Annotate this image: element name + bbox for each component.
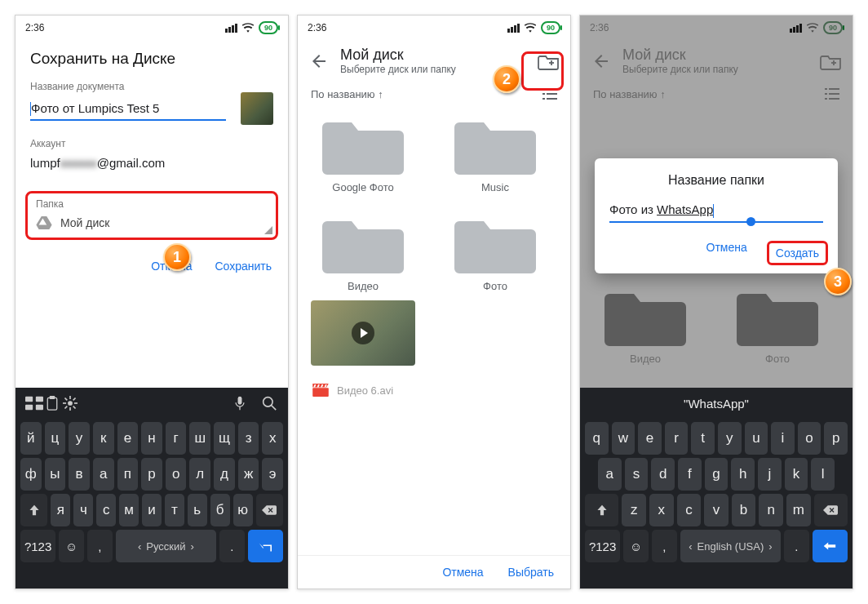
period-key[interactable]: .: [219, 530, 245, 562]
key-d[interactable]: d: [651, 458, 675, 491]
shift-key[interactable]: [585, 494, 618, 526]
key-у[interactable]: у: [69, 422, 90, 455]
key-в[interactable]: в: [69, 458, 90, 491]
emoji-key[interactable]: ☺: [59, 530, 84, 562]
key-ф[interactable]: ф: [20, 458, 42, 491]
keyboard-suggestion[interactable]: "WhatsApp": [684, 397, 749, 411]
key-i[interactable]: i: [771, 422, 795, 455]
key-б[interactable]: б: [210, 494, 230, 526]
key-щ[interactable]: щ: [214, 422, 235, 455]
file-item[interactable]: Видео 6.avi: [312, 384, 556, 397]
space-key[interactable]: ‹Русский›: [116, 530, 216, 562]
key-l[interactable]: l: [811, 458, 835, 491]
key-c[interactable]: c: [677, 494, 702, 526]
key-t[interactable]: t: [691, 422, 715, 455]
key-и[interactable]: и: [142, 494, 162, 526]
key-k[interactable]: k: [785, 458, 808, 491]
folder-item[interactable]: Music: [443, 113, 547, 193]
space-key[interactable]: ‹English (USA)›: [680, 530, 781, 562]
key-й[interactable]: й: [20, 422, 42, 455]
key-q[interactable]: q: [585, 422, 609, 455]
keyboard-options-icon[interactable]: [25, 396, 43, 411]
key-х[interactable]: х: [262, 422, 283, 455]
choose-button[interactable]: Выбрать: [508, 566, 554, 579]
key-ь[interactable]: ь: [188, 494, 207, 526]
key-r[interactable]: r: [665, 422, 689, 455]
key-п[interactable]: п: [117, 458, 139, 491]
backspace-key[interactable]: [814, 494, 848, 526]
key-x[interactable]: x: [649, 494, 674, 526]
key-s[interactable]: s: [625, 458, 649, 491]
folder-name-field[interactable]: Фото из WhatsApp: [609, 202, 823, 223]
key-е[interactable]: е: [117, 422, 139, 455]
num-key[interactable]: ?123: [20, 530, 55, 562]
back-icon[interactable]: [309, 51, 329, 71]
cancel-button[interactable]: Отмена: [442, 566, 483, 579]
folder-picker[interactable]: Папка Мой диск: [25, 191, 278, 240]
key-л[interactable]: л: [189, 458, 210, 491]
key-f[interactable]: f: [678, 458, 702, 491]
key-а[interactable]: а: [93, 458, 114, 491]
shift-key[interactable]: [20, 494, 47, 526]
save-button[interactable]: Сохранить: [215, 260, 272, 273]
period-key[interactable]: .: [784, 530, 809, 562]
emoji-key[interactable]: ☺: [623, 530, 649, 562]
text-caret-handle-icon[interactable]: [746, 217, 755, 226]
key-т[interactable]: т: [165, 494, 184, 526]
key-н[interactable]: н: [141, 422, 162, 455]
key-з[interactable]: з: [238, 422, 259, 455]
key-y[interactable]: y: [718, 422, 742, 455]
folder-item[interactable]: Видео: [311, 211, 415, 292]
key-ц[interactable]: ц: [45, 422, 66, 455]
key-ч[interactable]: ч: [73, 494, 93, 526]
key-e[interactable]: e: [638, 422, 662, 455]
key-м[interactable]: м: [119, 494, 139, 526]
key-u[interactable]: u: [745, 422, 768, 455]
key-г[interactable]: г: [166, 422, 187, 455]
key-h[interactable]: h: [731, 458, 755, 491]
search-icon[interactable]: [260, 396, 278, 411]
folder-item[interactable]: Фото: [443, 211, 547, 292]
key-a[interactable]: a: [598, 458, 622, 491]
key-o[interactable]: o: [798, 422, 822, 455]
enter-key[interactable]: [248, 530, 283, 562]
account-value[interactable]: lumpfxxxxxx@gmail.com: [30, 149, 273, 176]
video-thumbnail[interactable]: [311, 300, 415, 366]
key-m[interactable]: m: [786, 494, 811, 526]
key-p[interactable]: p: [824, 422, 848, 455]
key-ю[interactable]: ю: [233, 494, 253, 526]
key-р[interactable]: р: [141, 458, 162, 491]
keyboard-en[interactable]: "WhatsApp" qwertyuiop asdfghjkl zxcvbnm …: [580, 388, 852, 588]
mic-icon[interactable]: [231, 396, 249, 411]
key-b[interactable]: b: [732, 494, 756, 526]
key-ш[interactable]: ш: [189, 422, 210, 455]
key-д[interactable]: д: [214, 458, 235, 491]
comma-key[interactable]: ,: [652, 530, 677, 562]
comma-key[interactable]: ,: [87, 530, 113, 562]
key-ы[interactable]: ы: [45, 458, 66, 491]
folder-item[interactable]: Google Фото: [311, 113, 415, 193]
enter-key[interactable]: [813, 530, 848, 562]
key-v[interactable]: v: [704, 494, 728, 526]
key-о[interactable]: о: [166, 458, 187, 491]
key-w[interactable]: w: [612, 422, 636, 455]
create-button[interactable]: Создать: [767, 241, 828, 265]
key-я[interactable]: я: [51, 494, 70, 526]
folder-label: Фото: [483, 280, 507, 292]
sort-by-button[interactable]: По названию ↑: [311, 88, 383, 100]
key-ж[interactable]: ж: [238, 458, 259, 491]
key-z[interactable]: z: [622, 494, 646, 526]
num-key[interactable]: ?123: [585, 530, 620, 562]
key-к[interactable]: к: [93, 422, 114, 455]
backspace-key[interactable]: [256, 494, 283, 526]
clipboard-icon[interactable]: [43, 396, 61, 411]
document-name-field[interactable]: Фото от Lumpics Test 5: [30, 96, 226, 122]
key-с[interactable]: с: [96, 494, 116, 526]
keyboard-ru[interactable]: йцукенгшщзх фывапролджэ ячсмитьбю ?123 ☺…: [16, 388, 288, 588]
key-э[interactable]: э: [262, 458, 283, 491]
key-g[interactable]: g: [705, 458, 728, 491]
key-j[interactable]: j: [758, 458, 782, 491]
cancel-button[interactable]: Отмена: [706, 241, 747, 265]
key-n[interactable]: n: [759, 494, 783, 526]
settings-icon[interactable]: [61, 396, 79, 411]
